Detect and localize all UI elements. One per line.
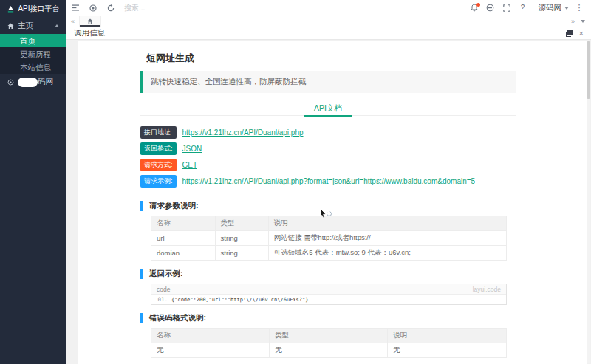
sidebar-submenu: 首页 更新历程 本站信息	[0, 34, 66, 74]
vertical-scrollbar[interactable]	[587, 41, 590, 363]
sidebar-item-label: 码网	[38, 77, 53, 87]
code-block-header: code layui.code	[151, 284, 506, 295]
panel-title: 调用信息	[74, 28, 105, 38]
cell-param-name: url	[151, 231, 216, 246]
tabs-scroll-left-button[interactable]: «	[66, 16, 79, 27]
tabs-menu-button[interactable]	[581, 20, 585, 23]
fullscreen-button[interactable]	[499, 0, 515, 16]
username: 源码网	[539, 3, 562, 13]
cell-error-type: 无	[270, 343, 388, 358]
code-caption-right: layui.code	[473, 286, 501, 293]
col-desc: 说明	[388, 329, 507, 343]
doc-card: 短网址生成 跳转快速稳定、全国连通性高，防屏蔽防拦截 API文档 接口地址: h…	[78, 41, 587, 364]
sidebar-item-index[interactable]: 首页	[0, 34, 66, 47]
params-table: 名称 类型 说明 url string 网站链接 需带http://或者http…	[151, 216, 507, 261]
chevron-up-icon	[55, 24, 59, 27]
field-label-badge: 请求示例:	[140, 175, 177, 188]
field-label-badge: 返回格式:	[140, 142, 177, 155]
request-example-link[interactable]: https://v1.21lhz.cn/API/Duanl/api.php?fo…	[182, 177, 476, 185]
clear-cache-icon	[486, 4, 494, 12]
table-row: url string 网站链接 需带http://或者https://	[151, 231, 507, 246]
theme-button[interactable]	[84, 0, 102, 16]
tab-home[interactable]	[79, 16, 101, 27]
doc-tab-bar: API文档	[140, 100, 516, 116]
help-icon[interactable]: ?	[515, 0, 531, 16]
page-title: 短网址生成	[140, 46, 516, 69]
refresh-button[interactable]	[102, 0, 120, 16]
api-url-link[interactable]: https://v1.21lhz.cn/API/Duanl/api.php	[182, 128, 304, 137]
table-row: 无 无 无	[151, 343, 507, 358]
section-error-title: 错误码格式说明:	[140, 313, 516, 323]
section-return-title: 返回示例:	[140, 269, 516, 279]
doc-container: 短网址生成 跳转快速稳定、全国连通性高，防屏蔽防拦截 API文档 接口地址: h…	[140, 46, 516, 364]
notification-badge	[476, 3, 480, 7]
app-logo-icon	[7, 5, 15, 13]
content-frame: 短网址生成 跳转快速稳定、全国连通性高，防屏蔽防拦截 API文档 接口地址: h…	[66, 40, 591, 364]
cell-param-desc: 可选短域名5 代表：mtw.so; 9 代表：u6v.cn;	[268, 246, 506, 261]
sidebar-item-site-group[interactable]: 码网	[0, 74, 66, 90]
field-request-method: 请求方式: GET	[140, 159, 516, 171]
panel-header-actions: ×	[566, 30, 584, 38]
toggle-sidebar-button[interactable]	[66, 0, 84, 16]
api-fields: 接口地址: https://v1.21lhz.cn/API/Duanl/api.…	[140, 116, 516, 193]
sidebar-item-home-group[interactable]: 主页	[0, 18, 66, 34]
app-window: API接口平台 主页 首页 更新历程 本站信息 码网	[0, 0, 591, 364]
clear-cache-button[interactable]	[482, 0, 499, 16]
field-label-badge: 接口地址:	[140, 126, 177, 139]
home-icon	[7, 23, 14, 30]
top-navbar: ? 源码网 ⋮	[66, 0, 591, 16]
table-header-row: 名称 类型 说明	[151, 216, 507, 231]
cell-param-name: domian	[151, 246, 216, 261]
user-menu[interactable]: 源码网	[539, 3, 570, 13]
field-label-badge: 请求方式:	[140, 159, 177, 171]
menu-fold-icon	[72, 4, 80, 11]
code-block-body: 01. {"code":200,"url":"http:\/\/u6v.cn\/…	[151, 295, 506, 304]
home-tab-icon	[87, 18, 93, 24]
close-icon[interactable]: ×	[579, 30, 584, 38]
return-format-link[interactable]: JSON	[182, 145, 202, 153]
fullscreen-icon	[503, 4, 510, 12]
code-caption: code	[157, 286, 170, 293]
col-type: 类型	[215, 216, 268, 231]
navbar-right: ? 源码网 ⋮	[466, 0, 591, 16]
doc-summary: 跳转快速稳定、全国连通性高，防屏蔽防拦截	[140, 71, 516, 93]
return-code-block: code layui.code 01. {"code":200,"url":"h…	[151, 284, 507, 305]
cell-error-name: 无	[151, 343, 270, 358]
return-code-text: {"code":200,"url":"http:\/\/u6v.cn\/6uEY…	[171, 297, 506, 303]
tab-bar: « »	[66, 16, 591, 27]
section-params-title: 请求参数说明:	[140, 201, 516, 211]
chevron-down-icon	[564, 7, 569, 10]
app-title: API接口平台	[18, 4, 59, 14]
dot-circle-icon	[89, 4, 97, 12]
error-table: 名称 类型 说明 无 无 无	[151, 328, 507, 358]
field-api-url: 接口地址: https://v1.21lhz.cn/API/Duanl/api.…	[140, 126, 516, 139]
tabbar-spacer	[101, 16, 567, 27]
cell-param-type: string	[215, 231, 268, 246]
sidebar-item-siteinfo[interactable]: 本站信息	[0, 61, 66, 74]
censor-blob	[18, 78, 38, 87]
col-name: 名称	[151, 329, 270, 343]
notifications-button[interactable]	[466, 0, 482, 16]
panel-header: 调用信息 ×	[66, 27, 591, 40]
sidebar-group-label: 主页	[18, 21, 33, 31]
tabs-scroll-right-button[interactable]: »	[567, 16, 579, 27]
col-name: 名称	[151, 216, 216, 231]
app-logo[interactable]: API接口平台	[0, 0, 66, 18]
restore-window-icon[interactable]	[566, 30, 573, 37]
table-header-row: 名称 类型 说明	[151, 329, 507, 343]
request-method-link[interactable]: GET	[182, 161, 198, 169]
col-desc: 说明	[268, 216, 506, 231]
col-type: 类型	[270, 329, 388, 343]
field-return-format: 返回格式: JSON	[140, 142, 516, 155]
cell-param-type: string	[215, 246, 268, 261]
more-menu-button[interactable]: ⋮	[573, 3, 585, 13]
circle-icon	[7, 79, 14, 86]
cell-param-desc: 网站链接 需带http://或者https://	[268, 231, 506, 246]
sidebar: API接口平台 主页 首页 更新历程 本站信息 码网	[0, 0, 66, 364]
field-request-example: 请求示例: https://v1.21lhz.cn/API/Duanl/api.…	[140, 175, 516, 188]
search-input[interactable]	[124, 4, 191, 12]
cell-error-desc: 无	[388, 343, 507, 358]
tab-api-docs[interactable]: API文档	[304, 101, 352, 117]
scrollbar-thumb[interactable]	[587, 41, 590, 99]
sidebar-item-changelog[interactable]: 更新历程	[0, 47, 66, 61]
